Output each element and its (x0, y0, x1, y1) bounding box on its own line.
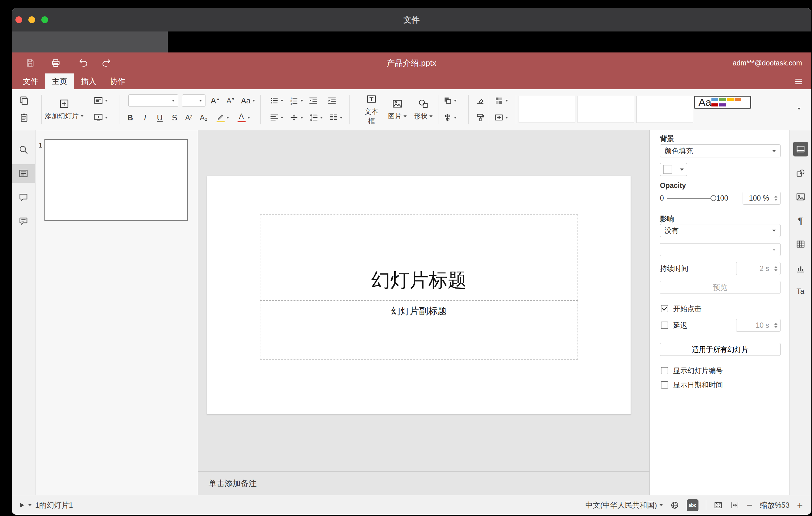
subtitle-placeholder[interactable]: 幻灯片副标题 (260, 300, 578, 360)
tab-home[interactable]: 主页 (45, 74, 74, 89)
redo-button[interactable] (101, 58, 111, 68)
underline-button[interactable]: U (153, 111, 167, 125)
notes-area[interactable]: 单击添加备注 (198, 471, 649, 495)
opacity-slider[interactable] (667, 198, 713, 199)
chevron-down-icon (281, 117, 284, 118)
highlight-color-button[interactable] (213, 111, 233, 125)
paragraph-settings-button[interactable]: ¶ (794, 214, 807, 227)
background-fill-select[interactable]: 颜色填充 (660, 144, 781, 157)
print-button[interactable] (51, 58, 61, 68)
superscript-button[interactable]: A² (182, 111, 196, 125)
document-language-button[interactable] (670, 500, 679, 510)
insert-shape-button[interactable]: 形状 (411, 93, 435, 126)
preview-button[interactable]: 预览 (660, 281, 781, 294)
spinner-up-icon[interactable] (774, 266, 778, 268)
fit-to-width-button[interactable] (730, 500, 740, 510)
slide-canvas[interactable]: 幻灯片标题 幻灯片副标题 (207, 176, 631, 414)
chat-button[interactable] (17, 215, 30, 227)
start-on-click-checkbox[interactable] (661, 305, 668, 312)
theme-preview-1[interactable] (519, 96, 575, 123)
chart-settings-button[interactable] (794, 262, 807, 275)
spinner-down-icon[interactable] (774, 199, 778, 201)
shape-settings-button[interactable] (794, 167, 807, 180)
image-settings-button[interactable] (794, 190, 807, 204)
traffic-light-zoom[interactable] (41, 16, 48, 23)
line-spacing-button[interactable] (307, 111, 325, 125)
plus-icon: + (797, 500, 803, 510)
opacity-spinner[interactable]: 100 % (743, 192, 781, 205)
font-color-button[interactable]: A (234, 111, 254, 125)
textart-icon: Ta (796, 288, 804, 295)
insert-image-button[interactable]: 图片 (386, 93, 409, 126)
shape-align-button[interactable] (440, 111, 459, 125)
horizontal-align-button[interactable] (267, 111, 286, 125)
columns-button[interactable] (326, 111, 345, 125)
slide-thumbnail[interactable] (45, 139, 188, 221)
transition-effect-select[interactable]: 没有 (660, 224, 781, 237)
bold-button[interactable]: B (123, 111, 137, 125)
effect-variant-select[interactable] (660, 243, 781, 256)
slides-panel-button[interactable] (17, 167, 30, 180)
delay-spinner[interactable]: 10 s (736, 319, 781, 332)
language-select[interactable]: 中文(中华人民共和国) (585, 500, 663, 510)
font-size-select[interactable] (182, 94, 205, 107)
zoom-out-button[interactable]: − (747, 500, 753, 510)
spinner-down-icon[interactable] (774, 269, 778, 271)
start-slideshow-status-button[interactable] (17, 501, 31, 510)
bullets-button[interactable] (267, 93, 286, 108)
show-slide-number-checkbox[interactable] (661, 367, 668, 374)
change-case-button[interactable]: Aa (239, 93, 257, 108)
strikeout-button[interactable]: S (168, 111, 181, 125)
traffic-light-close[interactable] (16, 16, 22, 23)
comments-button[interactable] (17, 191, 30, 204)
slider-knob[interactable] (710, 195, 716, 201)
theme-preview-selected[interactable]: Aa (694, 96, 751, 109)
spinner-up-icon[interactable] (774, 196, 778, 198)
themes-expand-button[interactable] (792, 102, 807, 116)
color-scheme-button[interactable] (492, 93, 510, 108)
tab-collaboration[interactable]: 协作 (103, 74, 132, 89)
numbering-button[interactable]: 123 (287, 93, 306, 108)
background-color-select[interactable] (660, 163, 687, 176)
add-slide-button[interactable]: 添加幻灯片 (42, 92, 86, 127)
table-settings-button[interactable] (794, 237, 807, 251)
arrange-button[interactable] (440, 93, 459, 108)
font-name-select[interactable] (128, 94, 178, 107)
theme-preview-3[interactable] (636, 96, 693, 123)
insert-textbox-button[interactable]: 文本框 (360, 93, 383, 126)
apply-to-all-button[interactable]: 适用于所有幻灯片 (660, 343, 781, 356)
copy-style-button[interactable] (473, 111, 487, 125)
spellcheck-button[interactable]: abc (687, 499, 698, 511)
tab-file[interactable]: 文件 (16, 74, 45, 89)
increase-indent-button[interactable] (325, 93, 339, 108)
textart-settings-button[interactable]: Ta (794, 285, 807, 298)
traffic-light-minimize[interactable] (28, 16, 35, 23)
tab-insert[interactable]: 插入 (74, 74, 103, 89)
spinner-up-icon[interactable] (774, 323, 778, 325)
increase-font-button[interactable]: A▲ (208, 93, 222, 108)
italic-button[interactable]: I (138, 111, 152, 125)
view-settings-button[interactable] (793, 74, 805, 89)
fit-to-slide-button[interactable] (714, 500, 723, 510)
duration-spinner[interactable]: 2 s (736, 262, 781, 275)
delay-checkbox[interactable] (661, 322, 668, 329)
slide-size-button[interactable] (492, 111, 510, 125)
decrease-indent-button[interactable] (306, 93, 320, 108)
decrease-font-button[interactable]: A▼ (224, 93, 237, 108)
spinner-down-icon[interactable] (774, 326, 778, 328)
copy-button[interactable] (17, 93, 31, 108)
subscript-button[interactable]: A₂ (197, 111, 210, 125)
clear-style-button[interactable] (473, 93, 487, 108)
zoom-in-button[interactable]: + (797, 500, 803, 510)
save-button[interactable] (25, 58, 35, 68)
show-date-time-checkbox[interactable] (661, 381, 668, 389)
slide-settings-button[interactable] (794, 142, 807, 156)
undo-button[interactable] (78, 58, 89, 68)
paste-button[interactable] (17, 111, 31, 125)
search-button[interactable] (17, 144, 30, 156)
theme-preview-2[interactable] (578, 96, 634, 123)
slide-layout-button[interactable] (91, 93, 111, 108)
vertical-align-button[interactable] (287, 111, 306, 125)
title-placeholder[interactable]: 幻灯片标题 (260, 214, 578, 300)
start-slideshow-button[interactable] (91, 111, 111, 125)
